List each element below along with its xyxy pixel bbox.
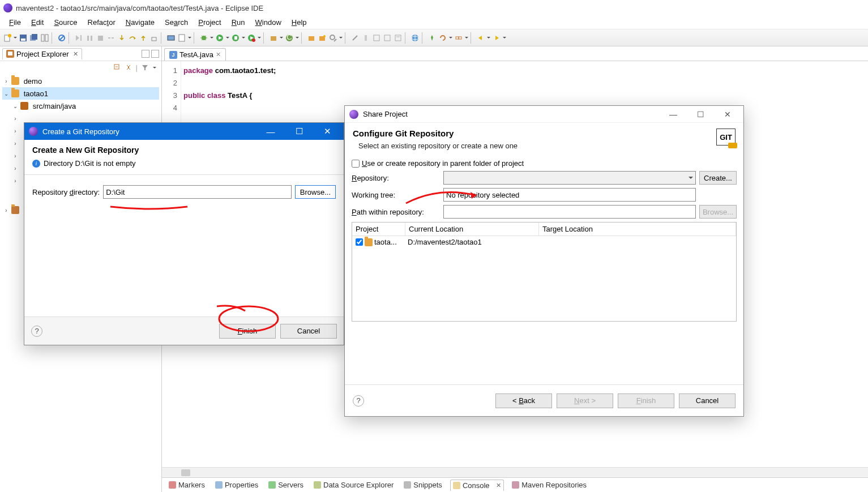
cancel-button[interactable]: Cancel [280, 324, 337, 339]
filter-icon[interactable] [141, 63, 149, 71]
new-package-icon[interactable] [268, 33, 279, 43]
dropdown-icon[interactable] [339, 35, 343, 40]
dropdown-icon[interactable] [279, 35, 284, 40]
dropdown-icon[interactable] [486, 35, 491, 40]
toggle-icon[interactable] [40, 33, 50, 43]
project-explorer-tab[interactable]: Project Explorer ✕ [2, 48, 82, 59]
web-icon[interactable] [410, 33, 420, 43]
tab-properties[interactable]: Properties [213, 480, 260, 490]
maximize-icon[interactable]: ☐ [689, 110, 712, 119]
menu-file[interactable]: File [5, 17, 25, 28]
pin-icon[interactable] [427, 33, 437, 43]
tab-snippets[interactable]: Snippets [401, 480, 444, 490]
tree-item-src[interactable]: src/main/java [33, 102, 76, 110]
menu-project[interactable]: Project [194, 17, 225, 28]
bookmark-icon[interactable] [382, 33, 392, 43]
menu-refactor[interactable]: Refactor [83, 17, 120, 28]
dropdown-icon[interactable] [187, 35, 192, 40]
run-last-icon[interactable] [246, 33, 256, 43]
collapse-all-icon[interactable] [113, 63, 121, 71]
dropdown-icon[interactable] [257, 35, 262, 40]
minimize-icon[interactable]: — [259, 127, 283, 136]
save-all-icon[interactable] [29, 33, 39, 43]
task-icon[interactable] [393, 33, 403, 43]
maximize-icon[interactable] [151, 50, 159, 58]
tree-item-taotao1[interactable]: taotao1 [24, 89, 48, 98]
tab-servers[interactable]: Servers [266, 480, 306, 490]
coverage-icon[interactable] [230, 33, 241, 43]
dropdown-icon[interactable] [13, 35, 18, 40]
menu-edit[interactable]: Edit [27, 17, 48, 28]
new-class-icon[interactable]: C [284, 33, 294, 43]
help-icon[interactable]: ? [31, 326, 42, 337]
dropdown-icon[interactable] [225, 35, 230, 40]
create-button[interactable]: Create... [699, 171, 737, 185]
close-icon[interactable]: ✕ [216, 51, 221, 58]
dropdown-icon[interactable] [241, 35, 246, 40]
maximize-icon[interactable]: ☐ [287, 126, 311, 136]
new-icon[interactable] [2, 33, 12, 43]
refresh-icon[interactable] [438, 33, 448, 43]
forward-icon[interactable] [491, 33, 502, 43]
annotation-icon[interactable] [371, 33, 382, 43]
col-project[interactable]: Project [352, 223, 405, 236]
tab-console[interactable]: Console ✕ [450, 480, 504, 491]
run-icon[interactable] [215, 33, 225, 43]
dialog-titlebar[interactable]: Share Project — ☐ ✕ [345, 106, 743, 123]
debug-icon[interactable] [199, 33, 209, 43]
menu-source[interactable]: Source [49, 17, 82, 28]
help-icon[interactable]: ? [353, 395, 364, 407]
close-icon[interactable]: ✕ [315, 126, 339, 136]
browse-button[interactable]: Browse... [295, 185, 336, 199]
menu-navigate[interactable]: Navigate [121, 17, 159, 28]
dialog-titlebar[interactable]: Create a Git Repository — ☐ ✕ [24, 123, 344, 140]
project-checkbox[interactable] [356, 238, 363, 246]
menu-window[interactable]: Window [251, 17, 286, 28]
link-icon[interactable] [454, 33, 464, 43]
new-server-icon[interactable] [166, 33, 176, 43]
new-jsp-icon[interactable] [177, 33, 187, 43]
wand-icon[interactable] [350, 33, 360, 43]
link-editor-icon[interactable] [125, 63, 132, 71]
open-type-icon[interactable] [306, 33, 317, 43]
finish-button[interactable]: Finish [219, 324, 276, 339]
menu-search[interactable]: Search [160, 17, 193, 28]
resume-icon[interactable] [74, 33, 84, 43]
close-icon[interactable]: ✕ [73, 50, 78, 58]
menu-help[interactable]: Help [287, 17, 311, 28]
parent-folder-checkbox[interactable] [352, 160, 360, 168]
dropdown-icon[interactable] [464, 35, 469, 40]
menu-run[interactable]: Run [227, 17, 250, 28]
suspend-icon[interactable] [84, 33, 95, 43]
step-into-icon[interactable] [117, 33, 127, 43]
tab-maven[interactable]: Maven Repositories [510, 480, 589, 490]
disconnect-icon[interactable] [106, 33, 116, 43]
table-row[interactable]: taota... D:/maventest2/taotao1 [352, 236, 736, 248]
dropdown-icon[interactable] [502, 35, 507, 40]
dropdown-icon[interactable] [209, 35, 214, 40]
dropdown-icon[interactable] [448, 35, 453, 40]
col-target-location[interactable]: Target Location [539, 223, 736, 236]
minimize-icon[interactable]: — [662, 110, 685, 119]
repository-combo[interactable] [443, 171, 696, 185]
search-icon[interactable] [328, 33, 338, 43]
save-icon[interactable] [18, 33, 28, 43]
skip-icon[interactable] [57, 33, 67, 43]
tab-dse[interactable]: Data Source Explorer [311, 480, 396, 490]
open-task-icon[interactable] [317, 33, 327, 43]
tree-item-demo[interactable]: demo [24, 77, 42, 85]
view-menu-icon[interactable] [152, 65, 157, 70]
repo-dir-input[interactable] [103, 185, 292, 199]
col-current-location[interactable]: Current Location [405, 223, 539, 236]
close-icon[interactable]: ✕ [716, 110, 739, 119]
path-input[interactable] [443, 205, 696, 219]
step-over-icon[interactable] [127, 33, 138, 43]
flashlight-icon[interactable] [361, 33, 371, 43]
minimize-icon[interactable] [142, 50, 149, 58]
horizontal-scrollbar[interactable] [162, 467, 868, 477]
back-button[interactable]: < Back [495, 393, 552, 408]
back-icon[interactable] [476, 33, 486, 43]
editor-tab-testa[interactable]: J TestA.java ✕ [164, 48, 226, 61]
drop-frame-icon[interactable] [149, 33, 159, 43]
step-return-icon[interactable] [138, 33, 148, 43]
